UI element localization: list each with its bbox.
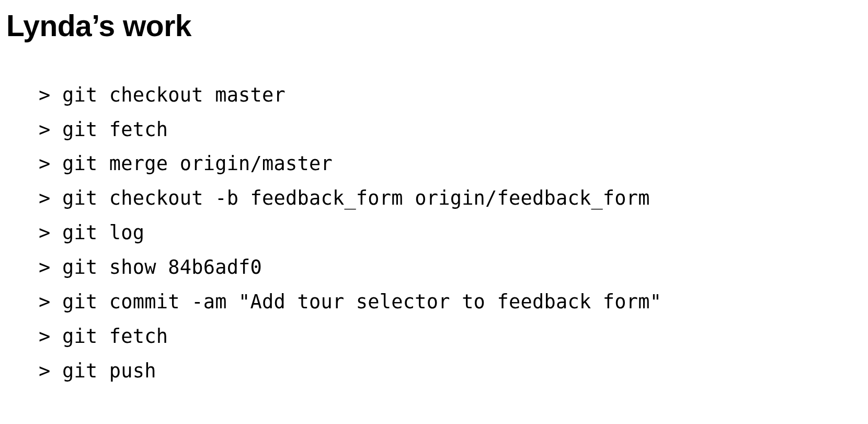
command-list: > git checkout master > git fetch > git …	[6, 78, 862, 388]
command-line: > git push	[39, 354, 862, 388]
command-line: > git show 84b6adf0	[39, 250, 862, 285]
prompt-symbol: >	[39, 325, 50, 348]
command-text: git checkout master	[62, 84, 285, 106]
prompt-symbol: >	[39, 291, 50, 313]
command-line: > git checkout -b feedback_form origin/f…	[39, 181, 862, 216]
command-text: git fetch	[62, 118, 168, 141]
prompt-symbol: >	[39, 187, 50, 209]
prompt-symbol: >	[39, 84, 50, 106]
command-line: > git commit -am "Add tour selector to f…	[39, 285, 862, 319]
prompt-symbol: >	[39, 118, 50, 141]
command-line: > git log	[39, 216, 862, 250]
command-line: > git merge origin/master	[39, 147, 862, 181]
command-text: git push	[62, 360, 156, 382]
prompt-symbol: >	[39, 360, 50, 382]
prompt-symbol: >	[39, 152, 50, 175]
command-text: git log	[62, 221, 144, 244]
prompt-symbol: >	[39, 221, 50, 244]
command-text: git checkout -b feedback_form origin/fee…	[62, 187, 650, 209]
command-text: git show 84b6adf0	[62, 256, 262, 278]
command-line: > git checkout master	[39, 78, 862, 113]
command-text: git commit -am "Add tour selector to fee…	[62, 291, 661, 313]
command-text: git fetch	[62, 325, 168, 348]
command-line: > git fetch	[39, 319, 862, 354]
command-text: git merge origin/master	[62, 152, 333, 175]
slide-heading: Lynda’s work	[6, 9, 862, 42]
prompt-symbol: >	[39, 256, 50, 278]
command-line: > git fetch	[39, 113, 862, 147]
